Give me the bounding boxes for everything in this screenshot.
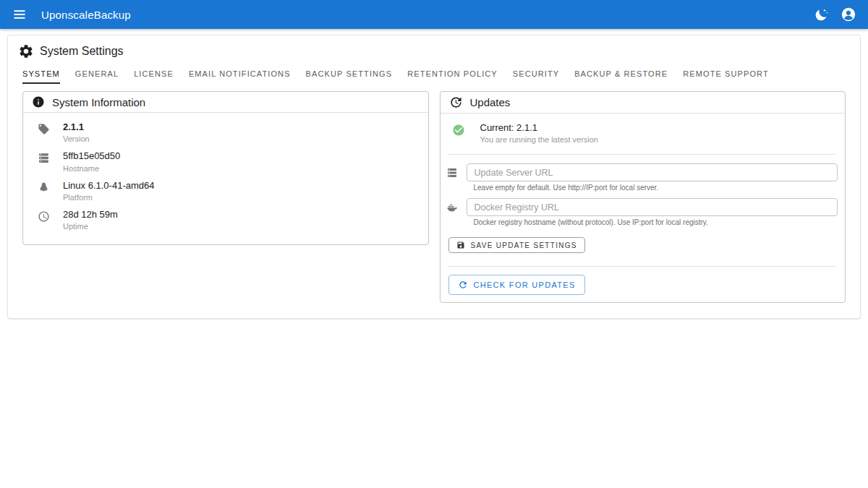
- platform-value: Linux 6.1.0-41-amd64: [63, 180, 154, 192]
- clock-icon: [38, 210, 50, 223]
- moon-stars-icon: [814, 7, 829, 22]
- system-information-panel: System Information 2.1.1 Version: [22, 91, 429, 245]
- refresh-icon: [458, 280, 468, 290]
- hostname-value: 5ffb15e05d50: [63, 150, 120, 162]
- tab-remote-support[interactable]: REMOTE SUPPORT: [683, 64, 769, 84]
- update-server-row: [446, 163, 838, 181]
- docker-registry-input[interactable]: [467, 198, 838, 216]
- system-information-list: 2.1.1 Version 5ffb15e05d50 Hostname: [23, 113, 428, 244]
- uptime-label: Uptime: [63, 222, 118, 231]
- updates-panel: Updates Current: 2.1.1 You are running t…: [440, 91, 846, 303]
- gear-icon: [18, 43, 34, 59]
- app-bar: UponscaleBackup: [0, 0, 868, 29]
- account-circle-icon: [841, 7, 856, 22]
- tab-backup-restore[interactable]: BACKUP & RESTORE: [574, 64, 668, 84]
- list-item-text: 28d 12h 59m Uptime: [63, 209, 118, 231]
- tab-backup-settings[interactable]: BACKUP SETTINGS: [306, 64, 393, 84]
- update-icon: [449, 95, 463, 109]
- platform-label: Platform: [63, 193, 154, 202]
- docker-registry-row: [446, 198, 838, 216]
- docker-icon: [446, 202, 458, 213]
- check-button-label: CHECK FOR UPDATES: [474, 281, 576, 289]
- system-information-title: System Information: [52, 96, 145, 108]
- list-item-uptime: 28d 12h 59m Uptime: [23, 205, 428, 234]
- settings-tabs: SYSTEM GENERAL LICENSE EMAIL NOTIFICATIO…: [8, 64, 860, 84]
- settings-card: System Settings SYSTEM GENERAL LICENSE E…: [7, 35, 861, 319]
- list-item-text: 2.1.1 Version: [63, 121, 90, 143]
- current-version-label: You are running the latest version: [480, 135, 598, 144]
- check-circle-icon: [452, 124, 465, 137]
- version-label: Version: [63, 134, 90, 143]
- current-version-value: Current: 2.1.1: [480, 122, 598, 134]
- system-information-header: System Information: [23, 92, 428, 113]
- tab-retention-policy[interactable]: RETENTION POLICY: [407, 64, 498, 84]
- info-icon: [32, 95, 45, 108]
- save-update-settings-button[interactable]: SAVE UPDATE SETTINGS: [448, 237, 585, 253]
- account-button[interactable]: [839, 5, 858, 24]
- appbar-actions: [812, 5, 858, 24]
- hostname-label: Hostname: [63, 164, 120, 173]
- updates-title: Updates: [470, 96, 511, 108]
- update-server-helper: Leave empty for default. Use http://IP:p…: [474, 184, 838, 192]
- list-item-version: 2.1.1 Version: [23, 118, 428, 147]
- updates-body: Current: 2.1.1 You are running the lates…: [441, 114, 846, 302]
- divider: [448, 266, 837, 267]
- dns-icon: [446, 167, 458, 179]
- divider: [448, 154, 837, 155]
- dark-mode-button[interactable]: [812, 5, 830, 24]
- list-item-hostname: 5ffb15e05d50 Hostname: [23, 147, 428, 176]
- tab-license[interactable]: LICENSE: [134, 64, 174, 84]
- update-server-input[interactable]: [467, 163, 838, 181]
- update-status-text: Current: 2.1.1 You are running the lates…: [480, 122, 598, 144]
- uptime-value: 28d 12h 59m: [63, 209, 118, 221]
- hamburger-icon: [12, 7, 27, 22]
- panels-row: System Information 2.1.1 Version: [8, 84, 860, 303]
- linux-icon: [38, 181, 50, 194]
- save-icon: [456, 241, 465, 249]
- list-item-platform: Linux 6.1.0-41-amd64 Platform: [23, 176, 428, 205]
- list-item-text: Linux 6.1.0-41-amd64 Platform: [63, 180, 154, 202]
- save-button-label: SAVE UPDATE SETTINGS: [471, 241, 577, 249]
- docker-registry-helper: Docker registry hostname (without protoc…: [474, 218, 838, 226]
- tag-icon: [38, 123, 50, 135]
- update-status: Current: 2.1.1 You are running the lates…: [446, 118, 838, 145]
- check-for-updates-button[interactable]: CHECK FOR UPDATES: [448, 275, 585, 295]
- tab-system[interactable]: SYSTEM: [22, 64, 60, 84]
- menu-button[interactable]: [10, 5, 29, 24]
- updates-header: Updates: [441, 92, 846, 114]
- app-title: UponscaleBackup: [41, 9, 131, 21]
- tab-security[interactable]: SECURITY: [513, 64, 559, 84]
- tab-email-notifications[interactable]: EMAIL NOTIFICATIONS: [189, 64, 291, 84]
- tab-general[interactable]: GENERAL: [75, 64, 119, 84]
- version-value: 2.1.1: [63, 121, 90, 133]
- dns-icon: [38, 152, 50, 164]
- list-item-text: 5ffb15e05d50 Hostname: [63, 150, 120, 172]
- page-header: System Settings: [8, 35, 860, 60]
- page-title: System Settings: [40, 45, 124, 58]
